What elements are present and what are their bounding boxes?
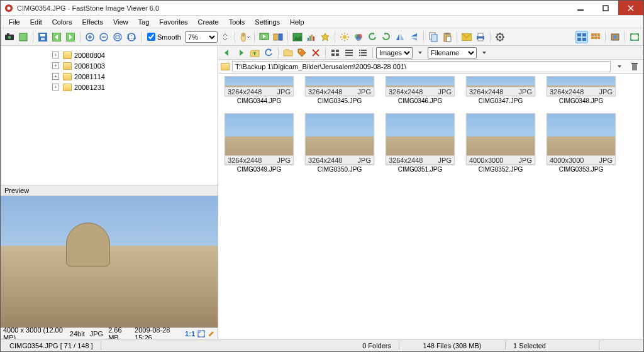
svg-rect-45 (582, 38, 586, 41)
minimize-button[interactable] (568, 1, 593, 15)
tree-item[interactable]: +20081003 (3, 60, 215, 71)
tree-item[interactable]: +20081114 (3, 71, 215, 82)
fullscreen-icon[interactable] (628, 31, 641, 43)
open-folder-icon[interactable] (282, 47, 294, 59)
paste-icon[interactable] (441, 31, 453, 43)
acquire-icon[interactable] (3, 31, 16, 43)
thumbnails-view-icon[interactable] (575, 31, 588, 43)
thumb-image[interactable]: 4000x3000JPG (466, 113, 535, 165)
maximize-button[interactable] (593, 1, 618, 15)
menu-settings[interactable]: Settings (250, 17, 284, 27)
expand-icon[interactable]: + (52, 73, 59, 80)
brightness-icon[interactable] (338, 31, 351, 43)
thumb-image[interactable]: 3264x2448JPG (466, 76, 535, 96)
menu-colors[interactable]: Colors (48, 17, 77, 27)
wallpaper-icon[interactable] (291, 31, 304, 43)
grid-view-icon[interactable] (589, 31, 602, 43)
expand-icon[interactable]: + (52, 84, 59, 91)
filter-dropdown-icon[interactable] (414, 47, 426, 59)
menu-create[interactable]: Create (194, 17, 223, 27)
flip-h-icon[interactable] (394, 31, 406, 43)
path-input[interactable] (232, 61, 611, 72)
thumb-image[interactable]: 3264x2448JPG (225, 76, 294, 96)
preview-expand-icon[interactable] (197, 330, 205, 338)
thumbnail[interactable]: 3264x2448JPGCIMG0344.JPG (223, 76, 295, 104)
thumb-image[interactable]: 4000x3000JPG (547, 113, 616, 165)
thumb-image[interactable]: 3264x2448JPG (225, 113, 294, 165)
thumbnail[interactable]: 3264x2448JPGCIMG0348.JPG (545, 76, 617, 104)
expand-icon[interactable]: + (52, 62, 59, 69)
view-filter-select[interactable]: Images (376, 47, 413, 58)
menu-favorites[interactable]: Favorites (155, 17, 192, 27)
histogram-icon[interactable] (305, 31, 318, 43)
smooth-checkbox[interactable]: Smooth (147, 33, 181, 41)
color-icon[interactable] (352, 31, 365, 43)
save-icon[interactable] (36, 31, 49, 43)
delete-icon[interactable] (309, 47, 322, 59)
menu-tools[interactable]: Tools (225, 17, 250, 27)
refresh-icon[interactable] (262, 47, 275, 59)
zoom-out-icon[interactable] (97, 31, 110, 43)
prev-file-icon[interactable] (50, 31, 63, 43)
rotate-right-icon[interactable] (380, 31, 392, 43)
thumbnail[interactable]: 3264x2448JPGCIMG0347.JPG (465, 76, 536, 104)
view-list-icon[interactable] (343, 47, 355, 59)
thumb-image[interactable]: 3264x2448JPG (305, 76, 374, 96)
back-icon[interactable] (221, 47, 233, 59)
zoom-select[interactable]: 7% (185, 31, 218, 43)
thumb-image[interactable]: 3264x2448JPG (386, 113, 455, 165)
print-icon[interactable] (474, 31, 487, 43)
view-large-icon[interactable] (329, 47, 341, 59)
menu-edit[interactable]: Edit (26, 17, 47, 27)
thumbnail-grid[interactable]: 3264x2448JPGCIMG0344.JPG3264x2448JPGCIMG… (218, 74, 643, 339)
tree-item[interactable]: +20080804 (3, 50, 215, 60)
menu-view[interactable]: View (109, 17, 133, 27)
sort-dropdown-icon[interactable] (478, 47, 491, 59)
close-button[interactable] (618, 1, 643, 15)
menu-tag[interactable]: Tag (134, 17, 154, 27)
folder-tree[interactable]: +20080804+20081003+20081114+20081231 (1, 46, 218, 185)
flip-v-icon[interactable] (408, 31, 420, 43)
next-file-icon[interactable] (64, 31, 77, 43)
preview-image[interactable] (1, 196, 218, 327)
thumb-image[interactable]: 3264x2448JPG (386, 76, 455, 96)
compare-icon[interactable] (272, 31, 284, 43)
menu-effects[interactable]: Effects (78, 17, 108, 27)
thumb-image[interactable]: 3264x2448JPG (305, 113, 374, 165)
up-folder-icon[interactable] (248, 47, 261, 59)
menu-help[interactable]: Help (286, 17, 309, 27)
zoom-in-icon[interactable] (84, 31, 96, 43)
one-to-one-button[interactable]: 1:1 (185, 330, 195, 338)
thumb-image[interactable]: 3264x2448JPG (547, 76, 616, 96)
zoom-fit-icon[interactable] (111, 31, 124, 43)
thumbnail[interactable]: 3264x2448JPGCIMG0349.JPG (223, 113, 295, 173)
single-view-icon[interactable] (609, 31, 621, 43)
rotate-left-icon[interactable] (366, 31, 379, 43)
thumbnail[interactable]: 3264x2448JPGCIMG0345.JPG (304, 76, 375, 104)
sort-select[interactable]: Filename (428, 47, 477, 58)
favorite-icon[interactable] (319, 31, 331, 43)
expand-icon[interactable]: + (52, 52, 59, 58)
preview-edit-icon[interactable] (208, 330, 215, 338)
thumbnail[interactable]: 4000x3000JPGCIMG0353.JPG (545, 113, 617, 173)
tree-item[interactable]: +20081231 (3, 82, 215, 92)
app-icon (4, 4, 13, 13)
zoom-actual-icon[interactable]: 1:1 (125, 31, 138, 43)
trash-icon[interactable] (628, 60, 641, 73)
thumbnail[interactable]: 3264x2448JPGCIMG0351.JPG (384, 113, 456, 173)
thumbnail[interactable]: 4000x3000JPGCIMG0352.JPG (465, 113, 536, 173)
new-icon[interactable] (17, 31, 30, 43)
hand-tool-icon[interactable] (238, 31, 251, 43)
view-details-icon[interactable] (357, 47, 369, 59)
tag-icon[interactable] (296, 47, 308, 59)
thumbnail[interactable]: 3264x2448JPGCIMG0350.JPG (304, 113, 375, 173)
menu-file[interactable]: File (4, 17, 25, 27)
email-icon[interactable] (460, 31, 473, 43)
path-dropdown-icon[interactable] (613, 60, 626, 73)
zoom-dropdown-icon[interactable] (219, 31, 231, 43)
copy-icon[interactable] (427, 31, 440, 43)
slideshow-icon[interactable] (258, 31, 270, 43)
thumbnail[interactable]: 3264x2448JPGCIMG0346.JPG (384, 76, 456, 104)
forward-icon[interactable] (235, 47, 247, 59)
settings-icon[interactable] (494, 31, 506, 43)
